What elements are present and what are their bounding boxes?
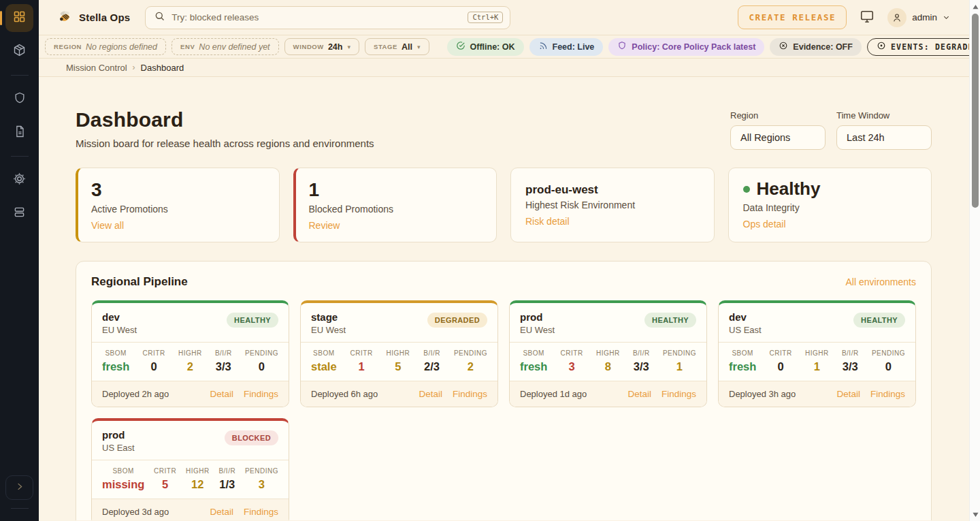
detail-link[interactable]: Detail xyxy=(627,389,651,399)
topbar: Stella Ops Ctrl+K CREATE RELEASE xyxy=(39,0,969,35)
findings-link[interactable]: Findings xyxy=(453,389,487,399)
stat-header-highr: HIGHR xyxy=(387,349,410,357)
region-name: EU West xyxy=(102,325,137,335)
scroll-down-arrow-icon[interactable] xyxy=(970,509,980,520)
stage-filter-value: All xyxy=(402,42,412,52)
server-stack-icon xyxy=(12,205,27,222)
review-link[interactable]: Review xyxy=(309,220,340,231)
pipeline-card-dev-eu-west: dev EU West HEALTHY SBOMfresh CRITR0 HIG… xyxy=(91,300,289,407)
sidebar-item-settings[interactable] xyxy=(5,166,33,194)
ops-detail-link[interactable]: Ops detail xyxy=(743,219,786,230)
risk-detail-link[interactable]: Risk detail xyxy=(525,216,570,227)
region-select-label: Region xyxy=(730,110,826,121)
pipeline-card-prod-us-east: prod US East BLOCKED SBOMmissing CRITR5 … xyxy=(91,418,289,520)
status-badge: BLOCKED xyxy=(225,430,278,445)
findings-link[interactable]: Findings xyxy=(662,389,696,399)
pipeline-card-prod-eu-west: prod EU West HEALTHY SBOMfresh CRITR3 HI… xyxy=(509,300,707,407)
stage-filter-label: STAGE xyxy=(374,43,397,50)
app-name: Stella Ops xyxy=(79,12,130,23)
user-name: admin xyxy=(912,12,937,22)
sidebar-item-security[interactable] xyxy=(5,85,33,113)
sidebar-divider xyxy=(11,508,29,509)
pending-value: 1 xyxy=(663,360,696,373)
stat-header-pending: PENDING xyxy=(245,467,278,475)
chevron-down-icon: ▾ xyxy=(347,44,350,50)
dashboard-grid-icon xyxy=(12,10,27,27)
scrollbar[interactable] xyxy=(969,0,980,521)
region-filter-pill[interactable]: REGION No regions defined xyxy=(45,38,166,55)
app-logo[interactable]: Stella Ops xyxy=(57,9,130,27)
events-status-pill[interactable]: EVENTS: DEGRADED xyxy=(867,38,980,56)
findings-link[interactable]: Findings xyxy=(244,389,278,399)
detail-link[interactable]: Detail xyxy=(210,507,233,517)
detail-link[interactable]: Detail xyxy=(419,389,442,399)
policy-status-pill[interactable]: Policy: Core Policy Pack latest xyxy=(608,38,764,56)
environment-name: dev xyxy=(729,311,762,323)
regional-pipeline-panel: Regional Pipeline All environments dev E… xyxy=(76,261,932,520)
pipeline-title: Regional Pipeline xyxy=(91,275,188,289)
scroll-up-arrow-icon[interactable] xyxy=(970,1,980,12)
user-menu[interactable]: admin xyxy=(887,8,950,27)
stat-header-critr: CRITR xyxy=(154,467,176,475)
chevron-down-icon xyxy=(943,12,950,24)
chevron-right-icon xyxy=(14,481,24,494)
sidebar-item-documents[interactable] xyxy=(5,119,33,146)
deployed-ago: Deployed 2h ago xyxy=(102,389,169,399)
region-name: EU West xyxy=(311,325,346,335)
search-input[interactable] xyxy=(172,12,461,22)
environment-name: prod xyxy=(102,429,135,441)
all-environments-link[interactable]: All environments xyxy=(846,277,917,287)
search-icon xyxy=(154,10,165,25)
stat-header-pending: PENDING xyxy=(245,349,278,357)
stat-header-sbom: SBOM xyxy=(311,349,337,357)
events-status-label: EVENTS: DEGRADED xyxy=(891,42,979,52)
document-icon xyxy=(13,125,27,141)
sidebar-item-infrastructure[interactable] xyxy=(5,200,33,227)
window-filter-pill[interactable]: WINDOW 24h ▾ xyxy=(284,38,359,55)
stat-value: prod-eu-west xyxy=(525,180,700,196)
stat-header-sbom: SBOM xyxy=(102,349,129,357)
chevron-right-icon: › xyxy=(133,63,135,72)
highr-value: 8 xyxy=(596,360,620,373)
healthy-dot-icon xyxy=(743,186,750,193)
detail-link[interactable]: Detail xyxy=(836,389,860,399)
global-search[interactable]: Ctrl+K xyxy=(145,6,510,29)
breadcrumb-parent[interactable]: Mission Control xyxy=(66,63,127,73)
feed-status-pill[interactable]: Feed: Live xyxy=(529,38,604,56)
sidebar-divider xyxy=(11,75,29,76)
time-window-select[interactable]: Last 24h xyxy=(836,125,932,150)
scrollbar-thumb[interactable] xyxy=(972,14,979,208)
stat-header-critr: CRITR xyxy=(350,349,373,357)
sidebar-expand-button[interactable] xyxy=(5,475,33,500)
stat-header-critr: CRITR xyxy=(143,349,165,357)
bir-value: 2/3 xyxy=(423,360,440,373)
create-release-button[interactable]: CREATE RELEASE xyxy=(738,5,847,29)
page-title: Dashboard xyxy=(76,108,374,131)
sidebar-item-packages[interactable] xyxy=(5,37,33,65)
env-filter-pill[interactable]: ENV No env defined yet xyxy=(172,38,279,55)
stat-label: Active Promotions xyxy=(91,204,265,215)
bir-value: 3/3 xyxy=(215,360,232,373)
stat-card-row: 3 Active Promotions View all 1 Blocked P… xyxy=(76,168,932,242)
evidence-status-pill[interactable]: Evidence: OFF xyxy=(770,38,862,56)
stat-label: Data Integrity xyxy=(743,202,917,213)
sidebar xyxy=(0,0,39,521)
stat-card-blocked-promotions: 1 Blocked Promotions Review xyxy=(293,168,497,242)
monitor-icon[interactable] xyxy=(860,9,875,27)
region-select[interactable]: All Regions xyxy=(730,125,826,150)
environment-name: stage xyxy=(311,311,346,323)
env-filter-label: ENV xyxy=(180,43,195,50)
view-all-link[interactable]: View all xyxy=(91,220,124,231)
bir-value: 3/3 xyxy=(842,360,859,373)
evidence-status-label: Evidence: OFF xyxy=(793,42,853,52)
detail-link[interactable]: Detail xyxy=(210,389,233,399)
offline-status-pill[interactable]: Offline: OK xyxy=(447,38,524,56)
findings-link[interactable]: Findings xyxy=(870,389,905,399)
stat-header-pending: PENDING xyxy=(872,349,905,357)
pipeline-card-stage-eu-west: stage EU West DEGRADED SBOMstale CRITR1 … xyxy=(300,300,498,407)
sidebar-item-dashboard[interactable] xyxy=(5,4,33,32)
environment-name: prod xyxy=(520,311,555,323)
status-badge: DEGRADED xyxy=(427,313,487,328)
findings-link[interactable]: Findings xyxy=(244,507,278,517)
stage-filter-pill[interactable]: STAGE All ▾ xyxy=(365,38,429,55)
